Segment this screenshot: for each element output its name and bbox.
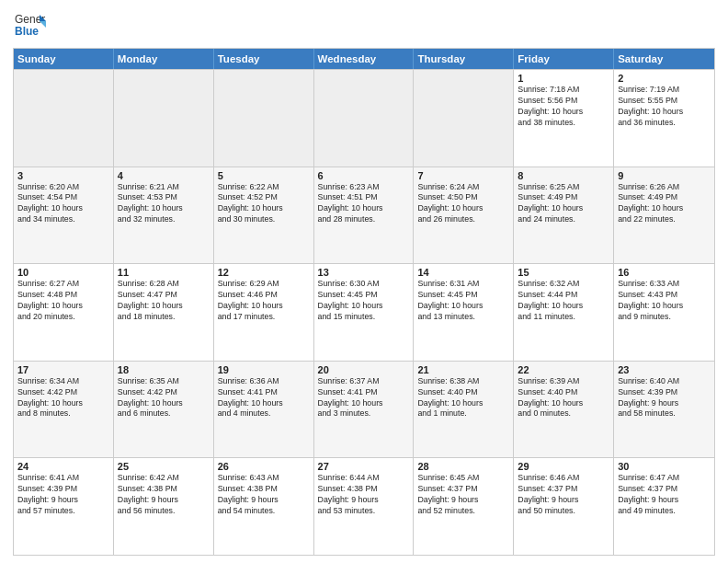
day-info: Sunrise: 6:39 AM Sunset: 4:40 PM Dayligh… (518, 376, 609, 420)
day-info: Sunrise: 6:40 AM Sunset: 4:39 PM Dayligh… (618, 376, 711, 420)
day-info: Sunrise: 6:30 AM Sunset: 4:45 PM Dayligh… (318, 279, 410, 323)
calendar-cell: 17Sunrise: 6:34 AM Sunset: 4:42 PM Dayli… (14, 362, 114, 458)
calendar-cell: 5Sunrise: 6:22 AM Sunset: 4:52 PM Daylig… (214, 167, 314, 264)
day-number: 29 (518, 461, 609, 472)
calendar-cell: 29Sunrise: 6:46 AM Sunset: 4:37 PM Dayli… (514, 458, 614, 555)
day-info: Sunrise: 6:28 AM Sunset: 4:47 PM Dayligh… (118, 279, 210, 323)
page: General Blue SundayMondayTuesdayWednesda… (0, 0, 728, 563)
calendar-row: 3Sunrise: 6:20 AM Sunset: 4:54 PM Daylig… (14, 167, 714, 264)
day-info: Sunrise: 6:42 AM Sunset: 4:38 PM Dayligh… (118, 473, 210, 517)
calendar-cell (414, 70, 514, 167)
day-info: Sunrise: 6:44 AM Sunset: 4:38 PM Dayligh… (318, 473, 410, 517)
day-number: 30 (618, 461, 711, 472)
day-info: Sunrise: 6:22 AM Sunset: 4:52 PM Dayligh… (218, 182, 310, 226)
day-number: 6 (318, 170, 410, 181)
day-number: 25 (118, 461, 210, 472)
calendar-cell: 6Sunrise: 6:23 AM Sunset: 4:51 PM Daylig… (314, 167, 415, 264)
day-number: 5 (218, 170, 310, 181)
calendar-header-cell: Monday (114, 49, 214, 69)
day-number: 22 (518, 364, 609, 375)
day-number: 8 (518, 170, 609, 181)
day-number: 23 (618, 364, 711, 375)
day-info: Sunrise: 6:31 AM Sunset: 4:45 PM Dayligh… (417, 279, 509, 323)
day-number: 3 (17, 170, 109, 181)
day-info: Sunrise: 6:46 AM Sunset: 4:37 PM Dayligh… (518, 473, 609, 517)
calendar-header-cell: Wednesday (314, 49, 415, 69)
calendar-body: 1Sunrise: 7:18 AM Sunset: 5:56 PM Daylig… (14, 69, 714, 555)
calendar-cell: 24Sunrise: 6:41 AM Sunset: 4:39 PM Dayli… (14, 458, 114, 555)
day-number: 19 (218, 364, 310, 375)
day-number: 2 (618, 73, 711, 84)
calendar-cell: 16Sunrise: 6:33 AM Sunset: 4:43 PM Dayli… (614, 264, 714, 361)
calendar-cell: 2Sunrise: 7:19 AM Sunset: 5:55 PM Daylig… (614, 70, 714, 167)
day-number: 4 (118, 170, 210, 181)
day-info: Sunrise: 6:20 AM Sunset: 4:54 PM Dayligh… (17, 182, 109, 226)
calendar-cell: 11Sunrise: 6:28 AM Sunset: 4:47 PM Dayli… (114, 264, 214, 361)
day-number: 10 (17, 267, 109, 278)
calendar-cell: 19Sunrise: 6:36 AM Sunset: 4:41 PM Dayli… (214, 362, 314, 458)
day-info: Sunrise: 6:36 AM Sunset: 4:41 PM Dayligh… (218, 376, 310, 420)
calendar-cell: 14Sunrise: 6:31 AM Sunset: 4:45 PM Dayli… (414, 264, 514, 361)
calendar-cell: 10Sunrise: 6:27 AM Sunset: 4:48 PM Dayli… (14, 264, 114, 361)
calendar-cell: 18Sunrise: 6:35 AM Sunset: 4:42 PM Dayli… (114, 362, 214, 458)
day-number: 21 (417, 364, 509, 375)
calendar-cell: 26Sunrise: 6:43 AM Sunset: 4:38 PM Dayli… (214, 458, 314, 555)
day-number: 11 (118, 267, 210, 278)
day-number: 12 (218, 267, 310, 278)
day-number: 7 (417, 170, 509, 181)
calendar-header-cell: Friday (514, 49, 614, 69)
calendar-header-cell: Sunday (14, 49, 114, 69)
day-number: 20 (318, 364, 410, 375)
day-info: Sunrise: 6:26 AM Sunset: 4:49 PM Dayligh… (618, 182, 711, 226)
calendar-cell: 13Sunrise: 6:30 AM Sunset: 4:45 PM Dayli… (314, 264, 415, 361)
day-info: Sunrise: 6:45 AM Sunset: 4:37 PM Dayligh… (417, 473, 509, 517)
day-number: 28 (417, 461, 509, 472)
day-number: 26 (218, 461, 310, 472)
calendar-cell: 20Sunrise: 6:37 AM Sunset: 4:41 PM Dayli… (314, 362, 415, 458)
day-info: Sunrise: 6:47 AM Sunset: 4:37 PM Dayligh… (618, 473, 711, 517)
calendar-row: 24Sunrise: 6:41 AM Sunset: 4:39 PM Dayli… (14, 457, 714, 555)
calendar-cell (314, 70, 415, 167)
day-info: Sunrise: 6:24 AM Sunset: 4:50 PM Dayligh… (417, 182, 509, 226)
day-number: 16 (618, 267, 711, 278)
day-number: 1 (518, 73, 609, 84)
calendar-cell: 22Sunrise: 6:39 AM Sunset: 4:40 PM Dayli… (514, 362, 614, 458)
calendar-cell: 25Sunrise: 6:42 AM Sunset: 4:38 PM Dayli… (114, 458, 214, 555)
day-number: 9 (618, 170, 711, 181)
svg-text:Blue: Blue (15, 25, 39, 38)
calendar-cell (14, 70, 114, 167)
calendar-header-cell: Saturday (614, 49, 714, 69)
day-info: Sunrise: 6:25 AM Sunset: 4:49 PM Dayligh… (518, 182, 609, 226)
day-info: Sunrise: 6:43 AM Sunset: 4:38 PM Dayligh… (218, 473, 310, 517)
calendar-cell: 28Sunrise: 6:45 AM Sunset: 4:37 PM Dayli… (414, 458, 514, 555)
calendar-cell: 7Sunrise: 6:24 AM Sunset: 4:50 PM Daylig… (414, 167, 514, 264)
day-info: Sunrise: 6:33 AM Sunset: 4:43 PM Dayligh… (618, 279, 711, 323)
day-number: 18 (118, 364, 210, 375)
calendar-row: 17Sunrise: 6:34 AM Sunset: 4:42 PM Dayli… (14, 361, 714, 458)
calendar-cell: 12Sunrise: 6:29 AM Sunset: 4:46 PM Dayli… (214, 264, 314, 361)
calendar-cell: 3Sunrise: 6:20 AM Sunset: 4:54 PM Daylig… (14, 167, 114, 264)
day-number: 24 (17, 461, 109, 472)
calendar-row: 1Sunrise: 7:18 AM Sunset: 5:56 PM Daylig… (14, 69, 714, 167)
day-info: Sunrise: 6:37 AM Sunset: 4:41 PM Dayligh… (318, 376, 410, 420)
day-info: Sunrise: 6:38 AM Sunset: 4:40 PM Dayligh… (417, 376, 509, 420)
day-info: Sunrise: 6:32 AM Sunset: 4:44 PM Dayligh… (518, 279, 609, 323)
day-info: Sunrise: 6:29 AM Sunset: 4:46 PM Dayligh… (218, 279, 310, 323)
day-info: Sunrise: 7:18 AM Sunset: 5:56 PM Dayligh… (518, 85, 609, 129)
calendar-row: 10Sunrise: 6:27 AM Sunset: 4:48 PM Dayli… (14, 263, 714, 361)
day-info: Sunrise: 6:41 AM Sunset: 4:39 PM Dayligh… (17, 473, 109, 517)
calendar-header-cell: Thursday (414, 49, 514, 69)
calendar-cell (214, 70, 314, 167)
calendar-header-cell: Tuesday (214, 49, 314, 69)
calendar-cell: 1Sunrise: 7:18 AM Sunset: 5:56 PM Daylig… (514, 70, 614, 167)
day-info: Sunrise: 6:23 AM Sunset: 4:51 PM Dayligh… (318, 182, 410, 226)
calendar-header-row: SundayMondayTuesdayWednesdayThursdayFrid… (14, 49, 714, 69)
calendar-cell: 30Sunrise: 6:47 AM Sunset: 4:37 PM Dayli… (614, 458, 714, 555)
calendar-cell: 21Sunrise: 6:38 AM Sunset: 4:40 PM Dayli… (414, 362, 514, 458)
day-info: Sunrise: 6:21 AM Sunset: 4:53 PM Dayligh… (118, 182, 210, 226)
calendar-cell: 27Sunrise: 6:44 AM Sunset: 4:38 PM Dayli… (314, 458, 415, 555)
day-info: Sunrise: 7:19 AM Sunset: 5:55 PM Dayligh… (618, 85, 711, 129)
day-number: 17 (17, 364, 109, 375)
logo-svg: General Blue (13, 9, 46, 42)
calendar-cell (114, 70, 214, 167)
